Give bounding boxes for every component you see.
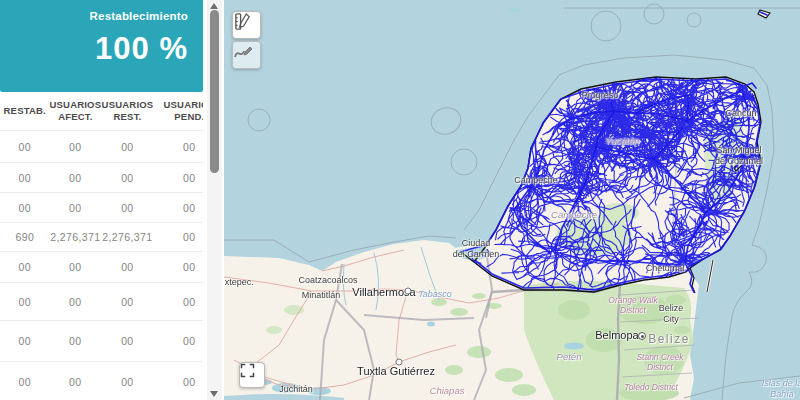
scrollbar-up-arrow[interactable] (210, 3, 218, 9)
table-cell: 00 (50, 376, 102, 388)
table-cell: 00 (50, 296, 102, 308)
column-header: USUARIOS AFECT. (50, 99, 102, 123)
table-cell: 00 (0, 335, 50, 347)
table-cell: 00 (101, 141, 154, 153)
restoration-title: Restablecimiento (0, 10, 188, 22)
ruler-pencil-icon (233, 12, 252, 31)
table-row: 00000000 (0, 162, 203, 192)
table-cell: 2,276,371 (101, 231, 154, 243)
place-marker (405, 288, 412, 295)
table-cell: 00 (154, 335, 203, 347)
table-cell: 00 (154, 172, 203, 184)
table-cell: 00 (154, 296, 203, 308)
table-cell: 2,276,371 (50, 231, 102, 243)
draw-tool-button[interactable] (232, 41, 261, 69)
dashboard: Restablecimiento 100 % RESTAB.USUARIOS A… (0, 0, 800, 400)
table-cell: 00 (101, 335, 154, 347)
table-row: 6902,276,3712,276,37100 (0, 222, 203, 251)
table-cell: 00 (154, 376, 203, 388)
table-cell: 00 (154, 141, 203, 153)
table-cell: 00 (0, 202, 50, 214)
table-cell: 00 (101, 172, 154, 184)
restoration-percentage: 100 % (0, 31, 188, 67)
column-header: USUARIOS PEND. (154, 99, 203, 123)
scrollbar-thumb[interactable] (210, 10, 219, 173)
table-cell: 00 (154, 261, 203, 273)
column-header: USUARIOS REST. (101, 99, 153, 123)
table-cell: 00 (50, 172, 102, 184)
table-cell: 00 (0, 261, 50, 273)
scrollbar-down-arrow[interactable] (210, 391, 218, 397)
table-cell: 00 (0, 141, 50, 153)
table-row: 00000000 (0, 192, 203, 222)
table-cell: 00 (101, 261, 154, 273)
table-cell: 00 (0, 376, 50, 388)
table-row: 00000000 (0, 282, 203, 320)
fullscreen-icon (240, 363, 255, 378)
table-cell: 690 (0, 231, 50, 243)
column-header: RESTAB. (0, 105, 50, 117)
table-row: 00000000 (0, 320, 203, 361)
restoration-panel: Restablecimiento 100 % RESTAB.USUARIOS A… (0, 0, 203, 400)
table-cell: 00 (154, 202, 203, 214)
table-cell: 00 (50, 261, 102, 273)
table-cell: 00 (0, 296, 50, 308)
table-header-row: RESTAB.USUARIOS AFECT.USUARIOS REST.USUA… (0, 92, 203, 130)
draw-path-icon (233, 42, 253, 62)
table-cell: 00 (50, 141, 102, 153)
basemap (224, 0, 800, 400)
place-marker (396, 359, 403, 366)
place-marker (638, 332, 646, 340)
table-cell: 00 (50, 335, 102, 347)
table-cell: 00 (101, 202, 154, 214)
table-cell: 00 (101, 376, 154, 388)
restoration-summary-card: Restablecimiento 100 % (0, 0, 203, 92)
map-viewport[interactable]: Ixtepec.CoatzacoalcosMinatitlánVillaherm… (224, 0, 800, 400)
measure-tool-button[interactable] (232, 11, 261, 39)
table-cell: 00 (50, 202, 102, 214)
panel-scrollbar[interactable] (207, 0, 222, 400)
fullscreen-button[interactable] (239, 362, 265, 388)
table-cell: 00 (154, 231, 203, 243)
table-cell: 00 (0, 172, 50, 184)
table-cell: 00 (101, 296, 154, 308)
table-row: 00000000 (0, 130, 203, 162)
table-row: 00000000 (0, 361, 203, 400)
table-body: 0000000000000000000000006902,276,3712,27… (0, 130, 203, 400)
table-row: 00000000 (0, 251, 203, 282)
restoration-table: RESTAB.USUARIOS AFECT.USUARIOS REST.USUA… (0, 92, 203, 400)
